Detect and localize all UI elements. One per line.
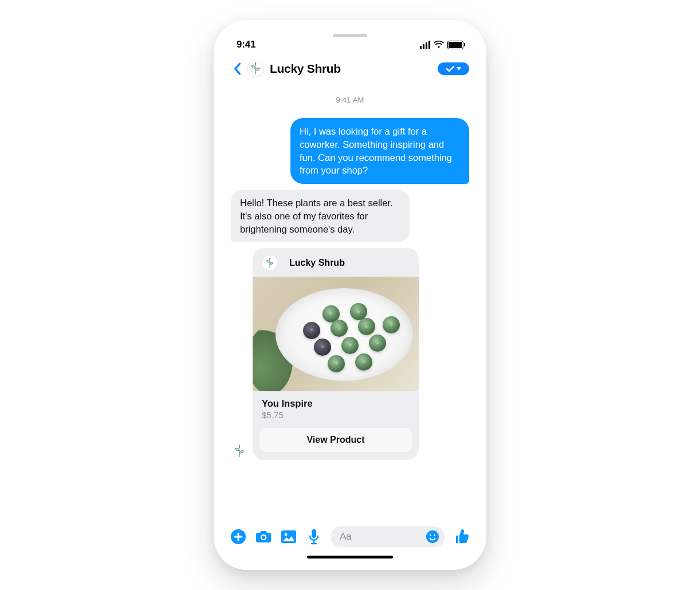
product-card-meta: You Inspire $5.75 <box>253 391 419 423</box>
chat-title: Lucky Shrub <box>270 62 438 76</box>
svg-point-6 <box>426 530 439 543</box>
like-button[interactable] <box>453 528 470 545</box>
thread-timestamp: 9:41 AM <box>231 96 469 104</box>
message-input[interactable]: Aa <box>331 526 445 547</box>
svg-point-2 <box>262 536 265 539</box>
svg-rect-5 <box>312 529 316 538</box>
message-thread[interactable]: 9:41 AM Hi, I was looking for a gift for… <box>221 82 479 460</box>
smiley-icon <box>426 530 439 544</box>
checkmark-icon <box>446 65 455 72</box>
phone-frame: 9:41 Lucky Shrub <box>214 20 486 570</box>
product-card[interactable]: Lucky Shrub <box>253 248 419 460</box>
svg-point-7 <box>430 534 431 536</box>
home-indicator[interactable] <box>307 556 393 558</box>
battery-icon <box>447 41 463 49</box>
product-card-sender: Lucky Shrub <box>289 258 345 268</box>
chevron-left-icon <box>233 62 242 75</box>
plant-logo-icon <box>234 445 245 458</box>
product-image[interactable] <box>253 277 419 391</box>
emoji-button[interactable] <box>426 528 439 545</box>
product-card-header: Lucky Shrub <box>253 248 419 277</box>
wifi-icon <box>434 41 444 49</box>
svg-point-8 <box>434 534 435 536</box>
gallery-button[interactable] <box>280 528 297 545</box>
mark-done-button[interactable] <box>438 62 469 75</box>
chat-header: Lucky Shrub <box>221 54 479 82</box>
view-product-button[interactable]: View Product <box>259 428 412 452</box>
plus-circle-icon <box>230 529 246 545</box>
message-row-user: Hi, I was looking for a gift for a cowor… <box>231 118 469 184</box>
svg-point-4 <box>285 533 288 536</box>
product-price: $5.75 <box>262 410 410 420</box>
product-title: You Inspire <box>262 398 410 409</box>
voice-button[interactable] <box>305 528 323 545</box>
cellular-signal-icon <box>420 41 430 49</box>
sender-mini-avatar[interactable] <box>231 443 248 460</box>
phone-notch <box>293 27 407 44</box>
message-input-placeholder: Aa <box>340 531 426 542</box>
product-card-avatar <box>262 255 278 271</box>
camera-button[interactable] <box>255 528 272 545</box>
bot-message-bubble[interactable]: Hello! These plants are a best seller. I… <box>231 190 410 242</box>
caret-down-icon <box>457 67 461 70</box>
product-card-row: Lucky Shrub <box>231 248 469 460</box>
microphone-icon <box>308 529 320 545</box>
message-row-bot: Hello! These plants are a best seller. I… <box>231 190 469 242</box>
plant-logo-icon <box>265 258 274 268</box>
status-time: 9:41 <box>237 39 255 50</box>
chat-avatar[interactable] <box>247 60 264 77</box>
thumbs-up-icon <box>454 529 470 545</box>
back-button[interactable] <box>229 62 246 75</box>
message-composer: Aa <box>221 521 479 547</box>
camera-icon <box>255 530 272 544</box>
user-message-bubble[interactable]: Hi, I was looking for a gift for a cowor… <box>290 118 469 184</box>
image-icon <box>281 530 297 544</box>
add-button[interactable] <box>230 528 247 545</box>
plant-logo-icon <box>250 62 261 75</box>
